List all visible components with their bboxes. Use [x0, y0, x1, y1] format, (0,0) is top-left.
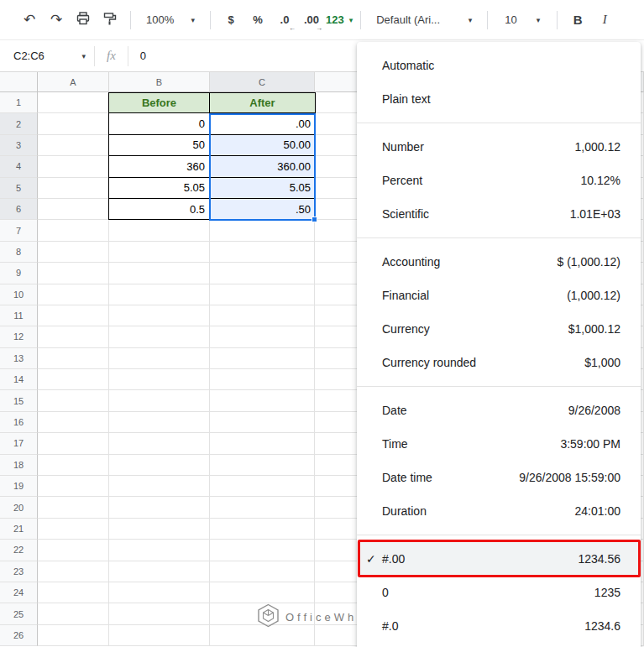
undo-button[interactable]: ↶ — [17, 8, 42, 33]
cell[interactable] — [109, 305, 210, 326]
table-cell[interactable]: 50 — [108, 135, 210, 156]
row-header-1[interactable]: 1 — [0, 92, 38, 113]
row-header-4[interactable]: 4 — [0, 156, 38, 177]
cell[interactable] — [109, 390, 210, 411]
cell[interactable] — [210, 582, 315, 603]
cell[interactable] — [210, 284, 315, 305]
bold-button[interactable]: B — [565, 8, 590, 33]
cell[interactable] — [109, 220, 210, 241]
cell[interactable] — [38, 390, 109, 411]
more-formats-button[interactable]: 123 ▾ — [326, 8, 353, 33]
cell[interactable] — [109, 326, 210, 347]
cell[interactable] — [38, 497, 109, 518]
cell[interactable] — [38, 540, 109, 561]
cell[interactable] — [210, 369, 315, 390]
cell[interactable] — [109, 582, 210, 603]
row-header-12[interactable]: 12 — [0, 326, 38, 347]
cell[interactable] — [38, 178, 109, 199]
cell[interactable] — [109, 540, 210, 561]
redo-button[interactable]: ↷ — [44, 8, 69, 33]
cell[interactable] — [109, 497, 210, 518]
menu-item-0[interactable]: #.01234.6 — [357, 609, 641, 643]
cell[interactable] — [38, 92, 109, 113]
menu-item-00[interactable]: ✓#.001234.56 — [357, 542, 641, 576]
cell[interactable] — [109, 433, 210, 454]
cell[interactable] — [109, 242, 210, 263]
row-header-2[interactable]: 2 — [0, 113, 38, 134]
row-header-16[interactable]: 16 — [0, 412, 38, 433]
cell[interactable] — [210, 305, 315, 326]
table-cell[interactable]: 360 — [108, 156, 210, 177]
row-header-14[interactable]: 14 — [0, 369, 38, 390]
cell[interactable] — [38, 582, 109, 603]
table-cell[interactable]: 0 — [108, 113, 210, 134]
cell[interactable] — [38, 476, 109, 497]
menu-item-0[interactable]: 01235 — [357, 576, 641, 609]
cell[interactable] — [109, 369, 210, 390]
cell[interactable] — [109, 519, 210, 540]
menu-item-date[interactable]: Date9/26/2008 — [357, 394, 641, 427]
cell[interactable] — [38, 369, 109, 390]
column-header-A[interactable]: A — [38, 72, 109, 92]
menu-item-percent[interactable]: Percent10.12% — [357, 164, 641, 197]
table-cell[interactable]: .50 — [210, 199, 316, 220]
cell[interactable] — [210, 326, 315, 347]
cell[interactable] — [38, 455, 109, 476]
cell[interactable] — [38, 433, 109, 454]
row-header-20[interactable]: 20 — [0, 497, 38, 518]
cell[interactable] — [210, 519, 315, 540]
row-header-23[interactable]: 23 — [0, 561, 38, 582]
row-header-19[interactable]: 19 — [0, 476, 38, 497]
cell[interactable] — [210, 540, 315, 561]
name-box[interactable]: C2:C6 ▾ — [0, 50, 94, 62]
cell[interactable] — [210, 412, 315, 433]
cell[interactable] — [38, 199, 109, 220]
cell[interactable] — [109, 625, 210, 646]
menu-item-scientific[interactable]: Scientific1.01E+03 — [357, 197, 641, 231]
table-cell[interactable]: 5.05 — [210, 178, 316, 199]
menu-item-time[interactable]: Time3:59:00 PM — [357, 427, 641, 461]
menu-item-accounting[interactable]: Accounting$ (1,000.12) — [357, 245, 641, 279]
row-header-6[interactable]: 6 — [0, 199, 38, 220]
percent-format-button[interactable]: % — [245, 8, 270, 33]
fill-handle[interactable] — [312, 217, 317, 222]
cell[interactable] — [210, 561, 315, 582]
row-header-5[interactable]: 5 — [0, 178, 38, 199]
cell[interactable] — [38, 561, 109, 582]
cell[interactable] — [109, 603, 210, 624]
menu-item-number[interactable]: Number1,000.12 — [357, 130, 641, 164]
cell[interactable] — [210, 348, 315, 369]
table-cell[interactable]: 5.05 — [108, 178, 210, 199]
increase-decimal-button[interactable]: .00→ — [299, 8, 324, 33]
row-header-3[interactable]: 3 — [0, 135, 38, 156]
cell[interactable] — [38, 348, 109, 369]
print-button[interactable] — [71, 8, 96, 33]
cell[interactable] — [109, 412, 210, 433]
font-size-select[interactable]: 10 ▾ — [495, 8, 549, 33]
select-all-corner[interactable] — [0, 72, 38, 92]
cell[interactable] — [210, 476, 315, 497]
cell[interactable] — [38, 113, 109, 134]
cell[interactable] — [38, 519, 109, 540]
table-cell[interactable]: 50.00 — [210, 135, 316, 156]
row-header-26[interactable]: 26 — [0, 625, 38, 646]
menu-item-automatic[interactable]: Automatic — [357, 49, 641, 82]
cell[interactable] — [210, 220, 315, 241]
cell[interactable] — [109, 561, 210, 582]
menu-item-currency[interactable]: Currency$1,000.12 — [357, 312, 641, 346]
cell[interactable] — [210, 433, 315, 454]
cell[interactable] — [38, 326, 109, 347]
table-cell[interactable]: 360.00 — [210, 156, 316, 177]
cell[interactable] — [38, 135, 109, 156]
menu-item-currency-rounded[interactable]: Currency rounded$1,000 — [357, 346, 641, 379]
cell[interactable] — [38, 284, 109, 305]
column-header-C[interactable]: C — [210, 72, 315, 92]
row-header-17[interactable]: 17 — [0, 433, 38, 454]
cell[interactable] — [109, 476, 210, 497]
cell[interactable] — [38, 220, 109, 241]
cell[interactable] — [210, 455, 315, 476]
row-header-24[interactable]: 24 — [0, 582, 38, 603]
cell[interactable] — [38, 603, 109, 624]
zoom-select[interactable]: 100% ▾ — [139, 8, 202, 33]
cell[interactable] — [38, 305, 109, 326]
